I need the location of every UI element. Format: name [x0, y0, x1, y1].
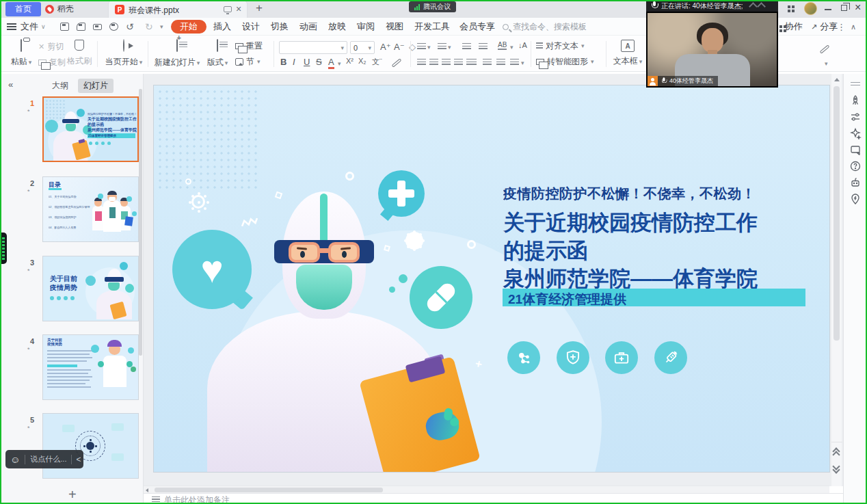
meeting-overlay[interactable]: 正在讲话: 40体经管李晟杰; 40体经管李晟杰 — [646, 0, 778, 89]
vertical-scroll-thumb[interactable] — [833, 86, 840, 341]
rocket-icon[interactable] — [849, 94, 862, 107]
save-icon[interactable] — [60, 23, 69, 31]
align-right-icon[interactable] — [442, 59, 451, 66]
text-direction-icon[interactable]: AB — [498, 41, 507, 50]
align-left-icon[interactable] — [417, 59, 426, 66]
participant-video[interactable]: 40体经管李晟杰 — [648, 13, 777, 86]
panel-scrollbar[interactable] — [139, 89, 142, 356]
tab-home[interactable]: 开始 — [171, 20, 206, 34]
slide-canvas[interactable]: + ♥ — [154, 85, 829, 472]
meeting-floating-pill[interactable]: 腾讯会议 — [409, 1, 456, 12]
sort-text-icon[interactable]: ↓A — [518, 41, 527, 49]
align-text-button[interactable]: 对齐文本▾ — [536, 41, 585, 51]
tab-design[interactable]: 设计 — [242, 18, 260, 36]
slides-tab[interactable]: 幻灯片 — [78, 79, 114, 93]
slide-title-line2[interactable]: 的提示函 — [503, 237, 588, 265]
undo-icon[interactable]: ↺ — [126, 18, 134, 36]
home-tab[interactable]: 首页 — [5, 2, 41, 16]
underline-icon[interactable]: U — [304, 57, 310, 67]
file-menu[interactable]: 文件∨ — [21, 18, 46, 36]
tab-member[interactable]: 会员专享 — [459, 18, 495, 36]
vertical-scrollbar[interactable] — [831, 74, 842, 486]
help-icon[interactable] — [849, 160, 862, 172]
justify-icon[interactable] — [454, 59, 463, 66]
slide-title-line1[interactable]: 关于近期校园疫情防控工作 — [503, 209, 758, 237]
phonetic-guide-icon[interactable]: 文¨ — [372, 57, 382, 67]
minimize-button[interactable] — [825, 9, 831, 10]
print-preview-icon[interactable] — [109, 23, 118, 31]
location-pin-icon[interactable] — [849, 193, 862, 205]
tab-slideshow[interactable]: 放映 — [328, 18, 346, 36]
new-slide-button[interactable]: 新建幻灯片▾ — [153, 40, 201, 68]
notes-bar[interactable]: 单击此处添加备注 — [144, 493, 843, 504]
print-icon[interactable] — [93, 24, 102, 30]
italic-icon[interactable]: I — [293, 57, 295, 67]
chat-input-placeholder[interactable]: 说点什么... — [30, 454, 66, 464]
smart-graphic-button[interactable]: 转智能图形▾ — [536, 57, 594, 66]
numbered-list-icon[interactable] — [438, 43, 446, 50]
export-icon[interactable] — [77, 23, 85, 31]
history-dropdown-icon[interactable]: ▾ — [160, 18, 163, 36]
document-tab[interactable]: P 班会课件.pptx × — [108, 0, 248, 18]
decrease-indent-icon[interactable] — [462, 43, 471, 50]
play-from-current-button[interactable]: 当页开始▾ — [103, 40, 145, 68]
collapse-chat-icon[interactable]: < — [76, 455, 81, 464]
copy-button[interactable]: 复制 — [38, 57, 66, 67]
horizontal-scroll-thumb[interactable] — [155, 488, 383, 492]
font-color-icon[interactable]: A — [328, 57, 334, 69]
tab-insert[interactable]: 插入 — [213, 18, 231, 36]
settings-sliders-icon[interactable] — [849, 111, 862, 123]
slide-thumbnail-5[interactable] — [42, 413, 139, 479]
highlighter-icon[interactable] — [392, 58, 402, 67]
share-button[interactable]: ↗ 分享 — [811, 18, 838, 36]
scroll-up-icon[interactable] — [834, 78, 840, 81]
section-button[interactable]: 节▾ — [235, 57, 261, 66]
textbox-button[interactable]: A 文本框▾ — [611, 40, 644, 67]
drag-handle-icon[interactable] — [851, 82, 860, 85]
increase-indent-icon[interactable] — [479, 43, 488, 50]
screen-cast-icon[interactable] — [224, 6, 232, 12]
slide-thumbnail-2[interactable]: 目录 01、关于目前疫情局势 02、做好校园常态化疫情防控管理 03、做好疫情期… — [42, 176, 139, 242]
font-name-combobox[interactable]: ▾ — [279, 41, 347, 54]
font-color-dropdown-icon[interactable]: ▾ — [338, 60, 341, 67]
redo-icon[interactable]: ↻ — [145, 18, 153, 36]
chat-quick-bubble[interactable]: ☺ 说点什么... < — [5, 450, 83, 468]
collaborate-button[interactable]: 协作 — [779, 18, 803, 36]
slide-thumbnail-3[interactable]: 关于目前 疫情局势 — [42, 256, 139, 321]
superscript-icon[interactable]: X² — [346, 57, 354, 65]
add-slide-button[interactable]: + — [68, 487, 77, 503]
increase-font-icon[interactable]: A⁺ — [380, 42, 391, 52]
slide-tagline[interactable]: 疫情防控防护不松懈！不侥幸，不松劲！ — [503, 185, 756, 203]
new-tab-button[interactable]: + — [256, 1, 263, 15]
slide-thumbnail-1[interactable]: 疫情防控防护不松懈！不侥幸，不松劲！ 关于近期校园疫情防控工作 的提示函 泉州师… — [42, 96, 139, 162]
paste-button[interactable]: 粘贴▾ — [7, 40, 36, 68]
tab-devtools[interactable]: 开发工具 — [414, 18, 450, 36]
scroll-left-icon[interactable] — [146, 488, 148, 492]
line-spacing-icon[interactable] — [483, 59, 492, 66]
close-window-button[interactable]: × — [855, 1, 861, 14]
line-height-icon[interactable] — [510, 59, 519, 66]
apps-grid-icon[interactable] — [788, 5, 790, 8]
strikethrough-icon[interactable]: S — [316, 57, 322, 67]
bullet-list-icon[interactable] — [417, 43, 426, 50]
highlight-band[interactable]: 21体育经济管理提供 — [503, 289, 805, 306]
cut-button[interactable]: ✕ 剪切 — [38, 42, 64, 51]
distribute-icon[interactable] — [466, 59, 477, 66]
outline-tab[interactable]: 大纲 — [46, 79, 74, 93]
font-size-combobox[interactable]: 0▾ — [350, 41, 375, 54]
collapse-panel-icon[interactable]: « — [8, 79, 13, 90]
hamburger-menu-icon[interactable] — [7, 23, 16, 30]
draw-tool-icon[interactable] — [820, 44, 830, 53]
format-painter-button[interactable]: 格式刷 — [66, 40, 93, 67]
emoji-icon[interactable]: ☺ — [10, 454, 20, 465]
restore-button[interactable] — [841, 5, 847, 11]
paragraph-spacing-icon[interactable] — [496, 59, 505, 66]
slide-thumbnail-4[interactable]: 关于目前 疫情局势 — [42, 334, 139, 400]
close-tab-icon[interactable]: × — [236, 3, 241, 14]
tab-animation[interactable]: 动画 — [299, 18, 317, 36]
reset-button[interactable]: 重置 — [235, 41, 263, 51]
align-center-icon[interactable] — [429, 59, 438, 66]
layout-button[interactable]: 版式▾ — [204, 40, 231, 68]
tab-transition[interactable]: 切换 — [271, 18, 289, 36]
tab-review[interactable]: 审阅 — [357, 18, 375, 36]
